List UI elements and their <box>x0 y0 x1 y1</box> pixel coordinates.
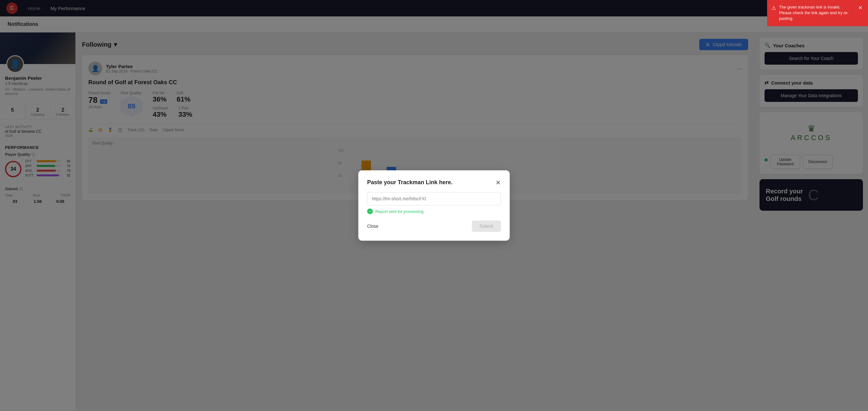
trackman-link-input[interactable] <box>367 192 501 205</box>
toast-close-button[interactable]: ✕ <box>858 4 862 11</box>
error-toast: ⚠ The given trackman link is invalid. Pl… <box>767 0 868 26</box>
success-text: Report sent for processing <box>375 209 423 214</box>
modal-success-message: ✓ Report sent for processing <box>367 209 501 214</box>
modal-title: Paste your Trackman Link here. <box>367 179 453 186</box>
trackman-modal: Paste your Trackman Link here. ✕ ✓ Repor… <box>358 170 510 241</box>
modal-close-x-button[interactable]: ✕ <box>496 180 501 186</box>
modal-header: Paste your Trackman Link here. ✕ <box>367 179 501 186</box>
modal-footer: Close Submit <box>367 220 501 232</box>
warning-icon: ⚠ <box>772 5 776 12</box>
modal-overlay[interactable]: Paste your Trackman Link here. ✕ ✓ Repor… <box>0 0 868 411</box>
modal-submit-button[interactable]: Submit <box>472 220 501 232</box>
success-check-icon: ✓ <box>367 209 373 214</box>
modal-close-button[interactable]: Close <box>367 224 378 229</box>
toast-message: The given trackman link is invalid. Plea… <box>779 4 852 22</box>
